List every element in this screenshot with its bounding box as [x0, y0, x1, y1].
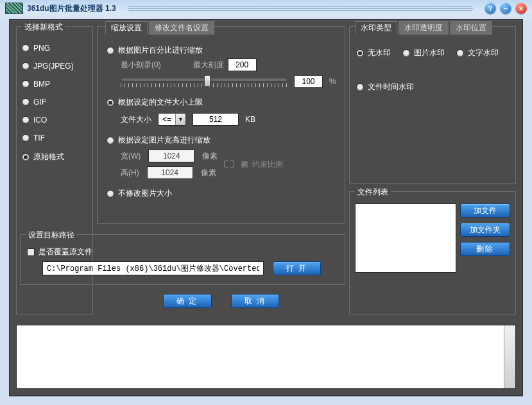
radio-watermark-none[interactable]: 无水印 [356, 47, 391, 58]
percent-slider[interactable] [121, 76, 287, 87]
client-area: 选择新格式 PNGJPG(JPEG)BMPGIFICOTIF原始格式 缩放设置 … [9, 19, 523, 396]
min-scale-label: 最小刻录(0) [121, 60, 161, 71]
add-folder-button[interactable]: 加文件夹 [460, 223, 510, 237]
radio-scale-by-filesize[interactable]: 根据设定的文件大小上限 [107, 97, 337, 108]
minimize-button[interactable]: – [500, 3, 511, 14]
percent-value-input[interactable] [294, 75, 323, 88]
height-label: 高(H) [121, 168, 139, 178]
max-scale-label: 最大刻度 [193, 60, 224, 71]
width-input[interactable] [148, 150, 194, 162]
ok-button[interactable]: 确 定 [163, 294, 211, 308]
filelist-legend: 文件列表 [355, 187, 391, 198]
radio-format-png[interactable]: PNG [22, 44, 87, 53]
titlebar: 361du图片批量处理器 1.3 ? – × [0, 0, 532, 17]
tab-scale[interactable]: 缩放设置 [105, 21, 148, 35]
radio-scale-none[interactable]: 不修改图片大小 [107, 188, 337, 199]
open-button[interactable]: 打 开 [273, 261, 321, 275]
width-label: 宽(W) [121, 151, 141, 162]
filesize-value-input[interactable] [193, 113, 239, 126]
radio-scale-by-percent[interactable]: 根据图片百分比进行缩放 [107, 45, 337, 56]
radio-format-ico[interactable]: ICO [22, 116, 87, 125]
width-unit: 像素 [202, 151, 218, 162]
filesize-op-select[interactable]: <=▼ [158, 113, 186, 126]
height-unit: 像素 [201, 168, 216, 178]
tab-watermark-pos[interactable]: 水印位置 [450, 21, 492, 35]
scale-group: 缩放设置 修改文件名设置 根据图片百分比进行缩放 最小刻录(0) [97, 26, 345, 224]
app-icon [5, 3, 23, 14]
tab-watermark-type[interactable]: 水印类型 [355, 21, 397, 35]
link-icon [224, 160, 234, 168]
watermark-group: 水印类型 水印透明度 水印位置 无水印 图片水印 文字水印 文件时间水印 [349, 26, 516, 184]
max-scale-input[interactable] [228, 58, 257, 71]
close-button[interactable]: × [515, 3, 527, 14]
filelist-group: 文件列表 加文件 加文件夹 删除 [349, 191, 516, 315]
path-input[interactable] [42, 261, 264, 275]
overwrite-checkbox[interactable]: 是否覆盖原文件 [27, 246, 338, 257]
lock-aspect-checkbox: 约束比例 [241, 159, 283, 170]
delete-button[interactable]: 删除 [460, 242, 510, 256]
help-button[interactable]: ? [485, 3, 496, 14]
radio-format-jpgjpeg[interactable]: JPG(JPEG) [22, 62, 87, 71]
radio-scale-by-wh[interactable]: 根据设定图片宽高进行缩放 [107, 135, 337, 146]
cancel-button[interactable]: 取 消 [231, 294, 279, 308]
radio-format-原始格式[interactable]: 原始格式 [22, 151, 87, 162]
format-legend: 选择新格式 [22, 22, 65, 33]
radio-format-tif[interactable]: TIF [22, 134, 87, 142]
tab-rename[interactable]: 修改文件名设置 [149, 21, 214, 35]
log-textarea[interactable] [16, 325, 516, 389]
filesize-label: 文件大小 [121, 114, 151, 125]
radio-watermark-filetime[interactable]: 文件时间水印 [356, 82, 509, 92]
path-group: 设置目标路径 是否覆盖原文件 打 开 [20, 234, 345, 285]
tab-watermark-opacity[interactable]: 水印透明度 [399, 21, 449, 35]
radio-format-bmp[interactable]: BMP [22, 80, 87, 89]
path-legend: 设置目标路径 [26, 230, 77, 241]
filesize-unit: KB [245, 115, 255, 124]
height-input[interactable] [147, 166, 193, 179]
radio-watermark-text[interactable]: 文字水印 [456, 47, 499, 58]
add-file-button[interactable]: 加文件 [460, 203, 510, 218]
percent-unit: % [329, 77, 336, 86]
titlebar-groove [128, 5, 473, 12]
filelist-box[interactable] [355, 203, 456, 273]
radio-watermark-image[interactable]: 图片水印 [402, 47, 445, 58]
radio-format-gif[interactable]: GIF [22, 98, 87, 107]
window-title: 361du图片批量处理器 1.3 [27, 3, 116, 14]
